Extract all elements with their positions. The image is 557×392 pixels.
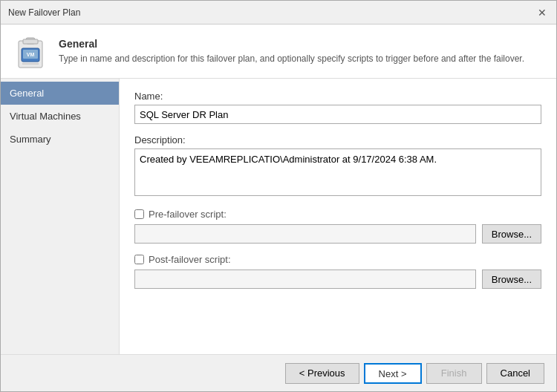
title-bar: New Failover Plan ✕ [1,1,556,24]
name-field-group: Name: [134,91,541,124]
pre-failover-script-input[interactable] [134,224,476,244]
header-area: VM General Type in name and description … [1,24,556,79]
pre-failover-checkbox[interactable] [134,209,144,219]
header-icon: VM [13,33,48,69]
dialog-title: New Failover Plan [8,7,80,18]
pre-failover-group: Pre-failover script: Browse... [134,209,541,244]
post-failover-group: Post-failover script: Browse... [134,254,541,289]
finish-button[interactable]: Finish [426,363,482,384]
footer: < Previous Next > Finish Cancel [1,354,556,391]
content-area: General Virtual Machines Summary Name: D… [1,79,556,354]
name-label: Name: [134,91,541,102]
post-failover-label[interactable]: Post-failover script: [149,254,231,265]
post-failover-script-row: Browse... [134,270,541,289]
sidebar-item-general[interactable]: General [1,82,119,105]
description-field-group: Description: Created by VEEAMREPLICATIO\… [134,134,541,198]
post-failover-browse-button[interactable]: Browse... [482,270,541,289]
sidebar: General Virtual Machines Summary [1,79,120,354]
header-text: General Type in name and description for… [59,38,524,65]
sidebar-item-summary[interactable]: Summary [1,128,119,151]
post-failover-checkbox[interactable] [134,255,144,264]
svg-text:VM: VM [27,52,35,57]
failover-plan-icon: VM [13,33,48,69]
svg-rect-2 [23,39,38,44]
pre-failover-browse-button[interactable]: Browse... [482,224,541,244]
post-failover-script-input[interactable] [134,270,476,289]
close-button[interactable]: ✕ [535,6,549,19]
header-description: Type in name and description for this fa… [59,53,524,65]
next-button[interactable]: Next > [364,363,422,384]
pre-failover-checkbox-row: Pre-failover script: [134,209,541,220]
description-input[interactable]: Created by VEEAMREPLICATIO\Administrator… [134,148,541,196]
name-input[interactable] [134,105,541,124]
description-label: Description: [134,134,541,146]
sidebar-item-virtual-machines[interactable]: Virtual Machines [1,105,119,128]
header-title: General [59,38,524,50]
pre-failover-label[interactable]: Pre-failover script: [149,209,227,220]
post-failover-checkbox-row: Post-failover script: [134,254,541,265]
previous-button[interactable]: < Previous [285,363,359,384]
pre-failover-script-row: Browse... [134,224,541,244]
main-form: Name: Description: Created by VEEAMREPLI… [120,79,556,354]
cancel-button[interactable]: Cancel [486,363,544,384]
dialog-window: New Failover Plan ✕ VM Gener [0,0,557,392]
